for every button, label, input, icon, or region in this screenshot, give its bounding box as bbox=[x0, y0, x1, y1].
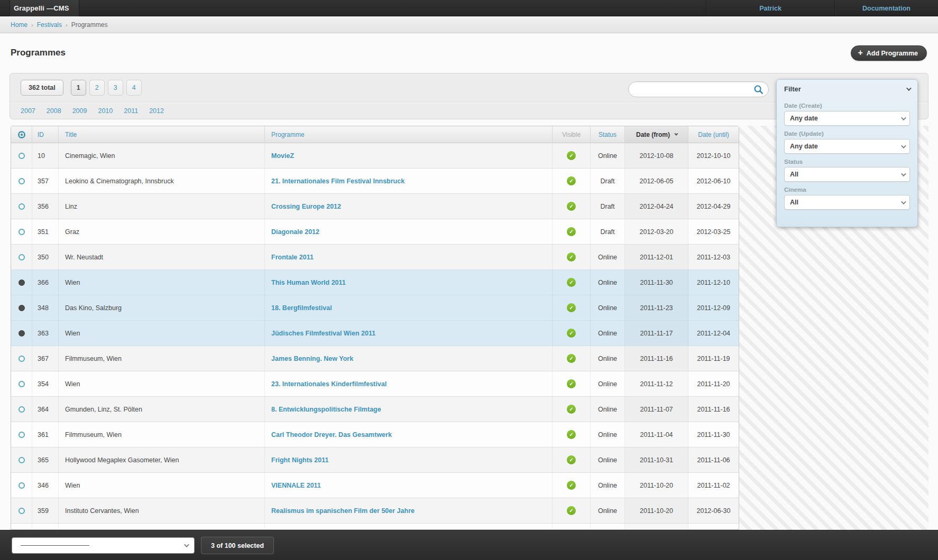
header-date-from[interactable]: Date (from) bbox=[625, 126, 688, 143]
row-cell-empty bbox=[265, 524, 553, 530]
radio-icon[interactable] bbox=[19, 178, 25, 184]
search-input[interactable] bbox=[629, 82, 753, 96]
row-status: Online bbox=[591, 270, 625, 295]
add-programme-button[interactable]: + Add Programme bbox=[851, 45, 927, 61]
status-select[interactable]: All bbox=[784, 167, 910, 182]
breadcrumb-festivals[interactable]: Festivals bbox=[37, 21, 62, 29]
year-link-2008[interactable]: 2008 bbox=[47, 107, 61, 115]
row-title: Gmunden, Linz, St. Pölten bbox=[59, 397, 265, 422]
programme-link[interactable]: Jüdisches Filmfestival Wien 2011 bbox=[271, 330, 375, 337]
row-programme-cell: VIENNALE 2011 bbox=[265, 473, 553, 498]
programme-link[interactable]: This Human World 2011 bbox=[271, 279, 346, 286]
action-select[interactable] bbox=[12, 537, 195, 554]
year-link-2012[interactable]: 2012 bbox=[149, 107, 164, 115]
page-button-1[interactable]: 1 bbox=[71, 80, 86, 96]
row-select-cell bbox=[11, 219, 32, 244]
programme-link[interactable]: Crossing Europe 2012 bbox=[271, 203, 341, 210]
radio-icon[interactable] bbox=[19, 457, 25, 463]
table-row: 357Leokino & Cinematograph, Innsbruck21.… bbox=[11, 169, 739, 194]
page-button-3[interactable]: 3 bbox=[108, 80, 123, 96]
row-cell-empty bbox=[11, 524, 32, 530]
row-id: 354 bbox=[32, 371, 59, 396]
row-status: Draft bbox=[591, 219, 625, 244]
year-link-2010[interactable]: 2010 bbox=[98, 107, 113, 115]
page-button-4[interactable]: 4 bbox=[126, 80, 142, 96]
topbar: Grappelli —CMS Patrick Documentation bbox=[0, 0, 938, 16]
radio-icon[interactable] bbox=[19, 153, 25, 159]
breadcrumb-separator: › bbox=[66, 22, 68, 28]
row-visible-cell: ✓ bbox=[553, 397, 591, 422]
year-link-2009[interactable]: 2009 bbox=[72, 107, 87, 115]
row-title: Leokino & Cinematograph, Innsbruck bbox=[59, 169, 265, 193]
radio-selected-icon[interactable] bbox=[19, 330, 25, 337]
chevron-down-icon bbox=[901, 199, 906, 204]
row-date-until: 2011-12-04 bbox=[688, 321, 739, 346]
programme-link[interactable]: 21. Internationales Film Festival Innsbr… bbox=[271, 178, 404, 185]
programme-link[interactable]: Realismus im spanischen Film der 50er Ja… bbox=[271, 507, 415, 515]
programme-link[interactable]: Frontale 2011 bbox=[271, 254, 314, 261]
documentation-link[interactable]: Documentation bbox=[834, 0, 938, 16]
year-link-2011[interactable]: 2011 bbox=[124, 107, 138, 115]
cinema-select[interactable]: All bbox=[784, 195, 910, 210]
header-programme[interactable]: Programme bbox=[265, 126, 553, 143]
user-menu-label[interactable]: Patrick bbox=[759, 5, 781, 12]
year-link-2007[interactable]: 2007 bbox=[21, 107, 35, 115]
row-cell-empty bbox=[59, 524, 265, 530]
date-update-select[interactable]: Any date bbox=[784, 139, 910, 154]
radio-selected-icon[interactable] bbox=[19, 279, 25, 286]
row-visible-cell: ✓ bbox=[553, 295, 591, 320]
app-logo: Grappelli —CMS bbox=[10, 0, 79, 16]
programme-link[interactable]: Diagonale 2012 bbox=[271, 228, 319, 236]
radio-icon[interactable] bbox=[19, 381, 25, 387]
header-date-until[interactable]: Date (until) bbox=[688, 126, 739, 143]
row-id: 350 bbox=[32, 245, 59, 269]
search-icon[interactable] bbox=[753, 85, 764, 95]
radio-icon[interactable] bbox=[19, 254, 25, 260]
date-create-select[interactable]: Any date bbox=[784, 111, 910, 126]
select-all-radio-icon[interactable] bbox=[18, 131, 25, 138]
radio-icon[interactable] bbox=[19, 432, 25, 438]
programme-link[interactable]: VIENNALE 2011 bbox=[271, 482, 321, 489]
row-status: Draft bbox=[591, 194, 625, 219]
user-menu[interactable]: Patrick bbox=[706, 0, 834, 16]
row-date-from: 2011-11-23 bbox=[625, 295, 688, 320]
radio-icon[interactable] bbox=[19, 229, 25, 235]
radio-selected-icon[interactable] bbox=[19, 305, 25, 311]
filter-header[interactable]: Filter bbox=[777, 80, 917, 98]
table-row: 348Das Kino, Salzburg18. Bergfilmfestiva… bbox=[11, 295, 739, 321]
header-id[interactable]: ID bbox=[32, 126, 59, 143]
row-visible-cell: ✓ bbox=[553, 270, 591, 295]
breadcrumb-home[interactable]: Home bbox=[11, 21, 27, 29]
row-visible-cell: ✓ bbox=[553, 321, 591, 346]
row-title: Cinemagic, Wien bbox=[59, 143, 265, 168]
programme-link[interactable]: 18. Bergfilmfestival bbox=[271, 304, 332, 312]
total-count-button[interactable]: 362 total bbox=[21, 80, 63, 96]
date-create-value: Any date bbox=[790, 115, 818, 122]
header-title[interactable]: Title bbox=[59, 126, 265, 143]
row-date-until: 2011-11-20 bbox=[688, 371, 739, 396]
radio-icon[interactable] bbox=[19, 356, 25, 362]
page-button-2[interactable]: 2 bbox=[89, 80, 105, 96]
row-id: 363 bbox=[32, 321, 59, 346]
programme-link[interactable]: Fright Nights 2011 bbox=[271, 456, 328, 464]
radio-icon[interactable] bbox=[19, 406, 25, 413]
row-date-from: 2011-11-16 bbox=[625, 346, 688, 371]
row-select-cell bbox=[11, 371, 32, 396]
filter-group-date-update: Date (Update) Any date bbox=[784, 130, 910, 154]
table-row: 354Wien23. Internationales Kinderfilmfes… bbox=[11, 371, 739, 397]
documentation-label[interactable]: Documentation bbox=[862, 5, 911, 12]
row-date-until: 2012-10-10 bbox=[688, 143, 739, 168]
programme-link[interactable]: MovieZ bbox=[271, 152, 294, 160]
header-status[interactable]: Status bbox=[591, 126, 625, 143]
table-row: 366WienThis Human World 2011✓Online2011-… bbox=[11, 270, 739, 295]
programme-link[interactable]: 23. Internationales Kinderfilmfestival bbox=[271, 380, 387, 388]
programme-link[interactable]: 8. Entwicklungspolitische Filmtage bbox=[271, 406, 381, 413]
row-cell-empty bbox=[591, 524, 625, 530]
radio-icon[interactable] bbox=[19, 508, 25, 514]
filter-label: Date (Update) bbox=[784, 130, 910, 137]
programme-link[interactable]: Carl Theodor Dreyer. Das Gesamtwerk bbox=[271, 431, 392, 438]
radio-icon[interactable] bbox=[19, 203, 25, 210]
row-select-cell bbox=[11, 422, 32, 447]
programme-link[interactable]: James Benning. New York bbox=[271, 355, 353, 362]
radio-icon[interactable] bbox=[19, 482, 25, 489]
